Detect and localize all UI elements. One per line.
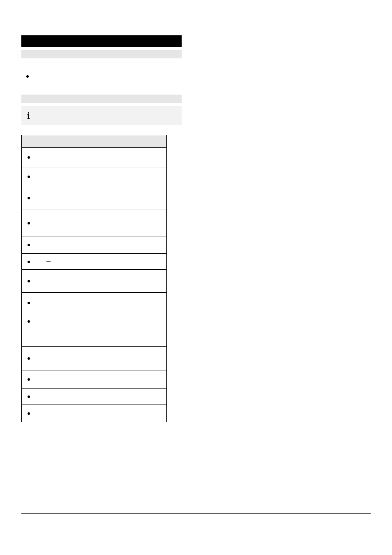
left-column: i (21, 35, 182, 422)
bullet-icon (28, 320, 30, 323)
section-heading-bar (21, 35, 182, 47)
subheading-bar-1 (21, 50, 182, 58)
bullet-icon (28, 378, 30, 381)
top-divider (21, 20, 371, 20)
table-row (22, 347, 167, 370)
bullet-icon (28, 357, 30, 360)
table-row (22, 148, 167, 167)
bullet-icon (28, 197, 30, 199)
table-row (22, 186, 167, 210)
info-callout: i (21, 106, 182, 125)
bullet-icon (28, 222, 30, 224)
table-header (22, 135, 167, 148)
table-row (22, 210, 167, 236)
bullet-icon (28, 244, 30, 246)
bullet-icon (28, 280, 30, 282)
table-row (22, 313, 167, 329)
table-row (22, 405, 167, 422)
table-row (22, 254, 167, 270)
bullet-icon (28, 156, 30, 159)
table-row (22, 293, 167, 313)
table-row (22, 329, 167, 347)
page: i (0, 0, 392, 555)
bullet-icon (28, 395, 30, 398)
bottom-divider (21, 513, 371, 514)
intro-bullet-row (26, 72, 182, 80)
table-row (22, 388, 167, 405)
table-row (22, 370, 167, 388)
subheading-bar-2 (21, 95, 182, 103)
info-icon: i (27, 110, 30, 121)
bullet-icon (28, 412, 30, 415)
dash-icon (46, 261, 51, 262)
bullet-icon (28, 261, 30, 263)
table-row (22, 167, 167, 186)
bullet-icon (28, 302, 30, 304)
table-row (22, 270, 167, 293)
spec-table (21, 135, 167, 422)
bullet-icon (26, 75, 29, 78)
table-row (22, 236, 167, 254)
bullet-icon (28, 176, 30, 178)
